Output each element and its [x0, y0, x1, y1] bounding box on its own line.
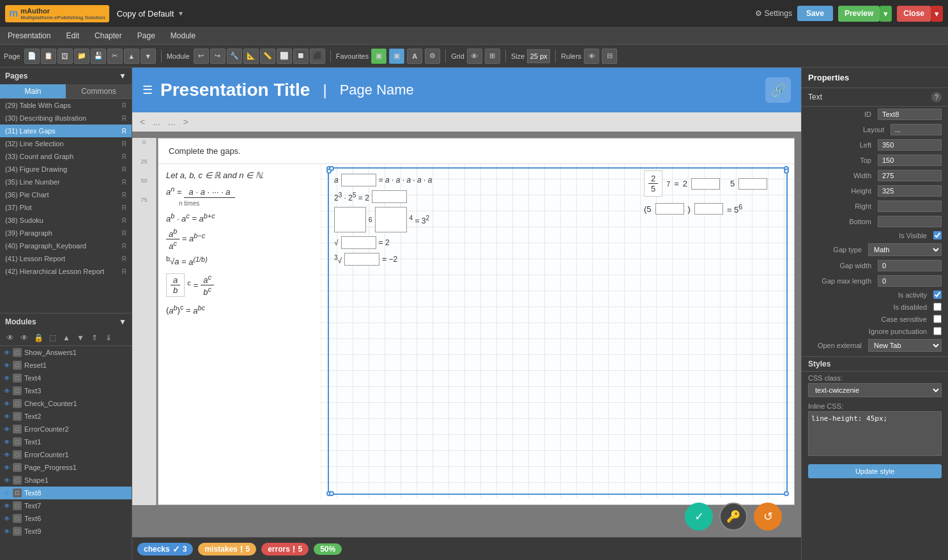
nav-next[interactable]: > [183, 117, 188, 127]
pages-menu-icon[interactable]: ▼ [119, 72, 126, 80]
module-page-progress[interactable]: 👁 □ Page_Progress1 [0, 461, 132, 474]
module-eye-icon[interactable]: 👁 [4, 375, 10, 382]
page-tool-down[interactable]: ▼ [141, 49, 156, 64]
rulers-eye[interactable]: 👁 [584, 49, 599, 64]
modules-menu-icon[interactable]: ▼ [119, 317, 126, 326]
module-error-counter2[interactable]: 👁 □ ErrorCounter2 [0, 423, 132, 435]
gap-right-3[interactable] [655, 203, 684, 215]
module-eye-icon[interactable]: 👁 [4, 528, 10, 535]
menu-edit[interactable]: Edit [58, 27, 87, 44]
module-tool-1[interactable]: 🔧 [227, 49, 242, 64]
prop-case-checkbox[interactable] [933, 315, 942, 323]
module-shape1[interactable]: 👁 □ Shape1 [0, 474, 132, 487]
prop-gap-max-input[interactable] [878, 275, 942, 287]
page-item-31[interactable]: (31) Latex Gaps R [0, 125, 132, 137]
page-item-39[interactable]: (39) Paragraph R [0, 227, 132, 239]
module-reset1[interactable]: 👁 □ Reset1 [0, 359, 132, 372]
prop-ignore-punct-checkbox[interactable] [933, 327, 942, 335]
page-tool-1[interactable]: 📄 [24, 49, 40, 64]
module-eye-icon[interactable]: 👁 [4, 426, 10, 433]
key-button[interactable]: 🔑 [719, 503, 747, 531]
copy-arrow[interactable]: ▾ [179, 9, 183, 18]
page-tool-5[interactable]: 💾 [91, 49, 106, 64]
hamburger-menu[interactable]: ☰ [142, 83, 153, 97]
prop-top-input[interactable] [878, 155, 942, 166]
page-item-36[interactable]: (36) Pie Chart R [0, 188, 132, 201]
check-button[interactable]: ✓ [685, 503, 713, 531]
module-redo[interactable]: ↪ [210, 49, 226, 64]
prop-gap-type-select[interactable]: Math Text [868, 243, 942, 256]
close-button[interactable]: Close [897, 6, 931, 22]
fav-text[interactable]: A [407, 49, 422, 64]
gap-input-2[interactable] [372, 190, 407, 203]
module-tool-6[interactable]: ⬛ [310, 49, 325, 64]
mod-up-btn[interactable]: ▲ [60, 331, 73, 344]
gap-input-4[interactable] [341, 236, 376, 249]
page-item-29[interactable]: (29) Table With Gaps R [0, 99, 132, 112]
module-tool-2[interactable]: 📐 [243, 49, 259, 64]
gap-module-selected[interactable]: a = a · a · a · a · a 23 · 25 = 2 [328, 167, 788, 495]
nav-prev[interactable]: < [140, 117, 145, 127]
page-tool-6[interactable]: ✂ [107, 49, 123, 64]
module-text2[interactable]: 👁 □ Text2 [0, 410, 132, 423]
canvas-mode-icon[interactable]: 🔗 [765, 77, 791, 103]
prop-disabled-checkbox[interactable] [933, 303, 942, 311]
handle-br[interactable] [784, 491, 789, 496]
module-eye-icon[interactable]: 👁 [4, 388, 10, 395]
grid-eye[interactable]: 👁 [467, 49, 482, 64]
module-text9[interactable]: 👁 □ Text9 [0, 525, 132, 538]
fav-green[interactable]: ▣ [371, 49, 386, 64]
close-dropdown-button[interactable]: ▾ [931, 6, 943, 22]
preview-button[interactable]: Preview [838, 6, 880, 22]
page-item-35[interactable]: (35) Line Number R [0, 176, 132, 188]
nav-dots2[interactable]: ... [168, 117, 176, 127]
handle-bm[interactable] [329, 491, 334, 496]
inline-css-textarea[interactable]: line-height: 45px; [808, 411, 942, 456]
module-eye-icon[interactable]: 👁 [4, 413, 10, 420]
module-eye-icon[interactable]: 👁 [4, 477, 10, 484]
gap-input-1[interactable] [341, 174, 376, 186]
prop-width-input[interactable] [878, 170, 942, 181]
menu-page[interactable]: Page [130, 27, 163, 44]
module-eye-icon[interactable]: 👁 [4, 349, 10, 356]
prop-id-input[interactable] [878, 109, 942, 120]
page-item-34[interactable]: (34) Figure Drawing R [0, 163, 132, 176]
menu-module[interactable]: Module [163, 27, 203, 44]
gap-right-4[interactable] [694, 203, 723, 215]
module-tool-5[interactable]: 🔲 [293, 49, 309, 64]
page-tool-4[interactable]: 📁 [74, 49, 89, 64]
module-eye-icon[interactable]: 👁 [4, 451, 10, 458]
module-error-counter1[interactable]: 👁 □ ErrorCounter1 [0, 448, 132, 461]
handle-lm[interactable] [326, 169, 332, 174]
preview-dropdown-button[interactable]: ▾ [880, 6, 892, 22]
gap-input-frac-bot[interactable] [375, 207, 407, 232]
mod-top-btn[interactable]: ⇑ [88, 331, 101, 344]
settings-button[interactable]: ⚙ Settings [755, 9, 792, 18]
menu-chapter[interactable]: Chapter [87, 27, 130, 44]
module-eye-icon[interactable]: 👁 [4, 362, 10, 369]
module-eye-icon[interactable]: 👁 [4, 515, 10, 522]
module-show-answers[interactable]: 👁 □ Show_Answers1 [0, 346, 132, 359]
gap-input-5[interactable] [344, 253, 379, 266]
mod-eye2-btn[interactable]: 👁 [18, 331, 31, 344]
gap-right-2[interactable] [738, 178, 767, 190]
page-item-37[interactable]: (37) Plot R [0, 201, 132, 214]
page-item-33[interactable]: (33) Count and Graph R [0, 150, 132, 163]
fav-gear[interactable]: ⚙ [425, 49, 440, 64]
prop-activity-checkbox[interactable] [933, 291, 942, 299]
prop-layout-input[interactable] [891, 124, 942, 135]
module-tool-3[interactable]: 📏 [260, 49, 275, 64]
page-item-32[interactable]: (32) Line Selection R [0, 137, 132, 150]
fav-blue[interactable]: ▣ [389, 49, 404, 64]
handle-rm[interactable] [784, 169, 789, 174]
page-item-30[interactable]: (30) Describing illustration R [0, 112, 132, 125]
module-text7[interactable]: 👁 □ Text7 [0, 499, 132, 512]
prop-bottom-input[interactable] [878, 216, 942, 227]
page-tool-2[interactable]: 📋 [41, 49, 56, 64]
mod-eye-btn[interactable]: 👁 [4, 331, 17, 344]
module-tool-4[interactable]: ⬜ [277, 49, 292, 64]
module-undo[interactable]: ↩ [194, 49, 209, 64]
mod-group-btn[interactable]: ⬚ [46, 331, 59, 344]
page-tool-up[interactable]: ▲ [124, 49, 139, 64]
save-button[interactable]: Save [797, 6, 833, 21]
